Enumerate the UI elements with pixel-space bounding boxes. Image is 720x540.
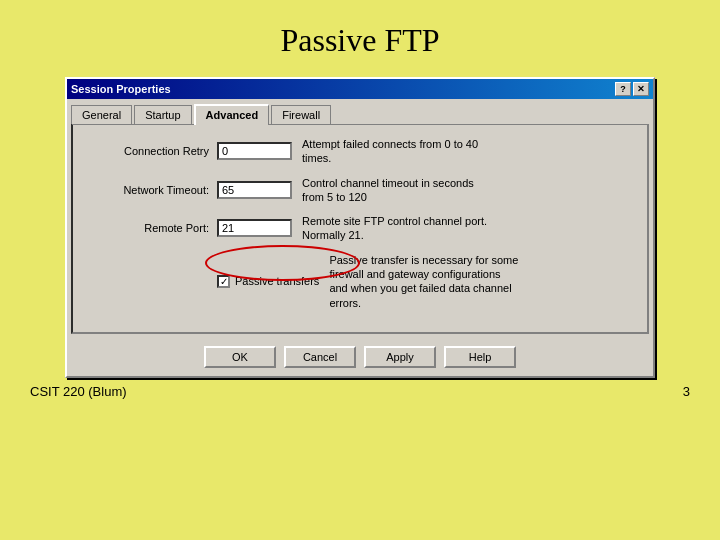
remote-port-desc: Remote site FTP control channel port. No… [302, 214, 492, 243]
network-timeout-label: Network Timeout: [87, 184, 217, 196]
close-button-titlebar[interactable]: ✕ [633, 82, 649, 96]
footer: CSIT 220 (Blum) 3 [0, 378, 720, 405]
remote-port-input[interactable] [217, 219, 292, 237]
connection-retry-desc: Attempt failed connects from 0 to 40 tim… [302, 137, 492, 166]
network-timeout-row: Network Timeout: Control channel timeout… [87, 176, 633, 205]
page-title: Passive FTP [0, 0, 720, 77]
dialog-buttons: OK Cancel Apply Help [67, 340, 653, 376]
passive-transfers-checkbox[interactable] [217, 275, 230, 288]
remote-port-row: Remote Port: Remote site FTP control cha… [87, 214, 633, 243]
footer-left: CSIT 220 (Blum) [30, 384, 127, 399]
tab-general[interactable]: General [71, 105, 132, 124]
tab-advanced[interactable]: Advanced [194, 104, 270, 125]
dialog: Session Properties ? ✕ General Startup A… [65, 77, 655, 378]
footer-right: 3 [683, 384, 690, 399]
connection-retry-row: Connection Retry Attempt failed connects… [87, 137, 633, 166]
network-timeout-input[interactable] [217, 181, 292, 199]
help-button-titlebar[interactable]: ? [615, 82, 631, 96]
network-timeout-desc: Control channel timeout in seconds from … [302, 176, 492, 205]
checkbox-area: Passive transfers [217, 275, 319, 288]
remote-port-label: Remote Port: [87, 222, 217, 234]
connection-retry-input[interactable] [217, 142, 292, 160]
dialog-body: Connection Retry Attempt failed connects… [71, 124, 649, 334]
apply-button[interactable]: Apply [364, 346, 436, 368]
dialog-wrapper: Session Properties ? ✕ General Startup A… [0, 77, 720, 378]
tab-startup[interactable]: Startup [134, 105, 191, 124]
dialog-titlebar: Session Properties ? ✕ [67, 79, 653, 99]
ok-button[interactable]: OK [204, 346, 276, 368]
connection-retry-label: Connection Retry [87, 145, 217, 157]
help-button[interactable]: Help [444, 346, 516, 368]
passive-transfers-label: Passive transfers [235, 275, 319, 287]
passive-transfers-row: Passive transfers Passive transfer is ne… [87, 253, 633, 310]
passive-transfers-desc: Passive transfer is necessary for some f… [329, 253, 519, 310]
tabs-row: General Startup Advanced Firewall [67, 99, 653, 124]
titlebar-buttons: ? ✕ [615, 82, 649, 96]
tab-firewall[interactable]: Firewall [271, 105, 331, 124]
dialog-title: Session Properties [71, 83, 171, 95]
cancel-button[interactable]: Cancel [284, 346, 356, 368]
